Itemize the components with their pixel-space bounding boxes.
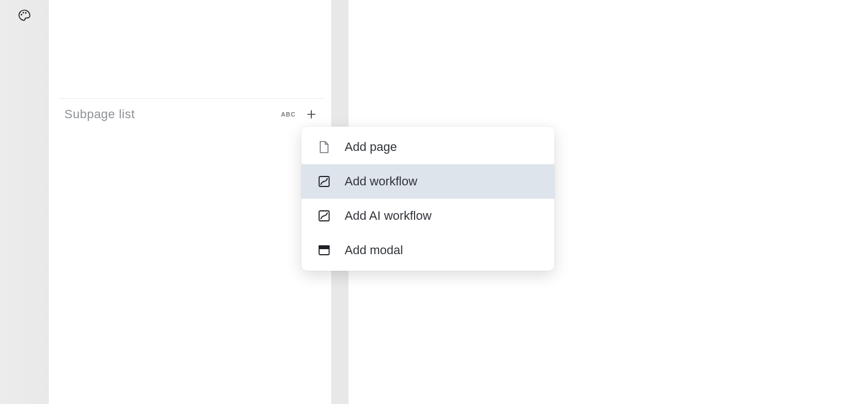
add-subpage-button[interactable] [304, 107, 319, 122]
palette-button[interactable] [13, 4, 36, 27]
menu-item-label: Add AI workflow [345, 209, 432, 223]
subpage-list-title: Subpage list [64, 107, 273, 122]
panel-blank-area [59, 0, 325, 99]
sort-abc-button[interactable]: ABC [279, 109, 298, 120]
menu-item-add-page[interactable]: Add page [301, 130, 554, 164]
page-icon [317, 140, 331, 154]
menu-item-label: Add page [345, 140, 397, 154]
palette-icon [17, 8, 32, 23]
menu-item-label: Add workflow [345, 174, 417, 189]
subpage-list-header: Subpage list ABC [49, 99, 331, 130]
modal-icon [317, 243, 331, 257]
svg-point-2 [26, 13, 26, 13]
svg-rect-8 [319, 246, 329, 249]
side-panel: Subpage list ABC [49, 0, 332, 404]
menu-item-add-ai-workflow[interactable]: Add AI workflow [301, 199, 554, 233]
menu-item-add-modal[interactable]: Add modal [301, 233, 554, 267]
plus-icon [306, 109, 317, 120]
add-menu-dropdown: Add page Add workflow Add AI workflow Ad… [301, 127, 554, 271]
left-rail [0, 0, 49, 404]
menu-item-add-workflow[interactable]: Add workflow [301, 164, 554, 199]
svg-point-0 [21, 14, 22, 15]
workflow-icon [317, 209, 331, 223]
menu-item-label: Add modal [345, 243, 403, 257]
workflow-icon [317, 174, 331, 189]
svg-point-1 [23, 12, 24, 13]
